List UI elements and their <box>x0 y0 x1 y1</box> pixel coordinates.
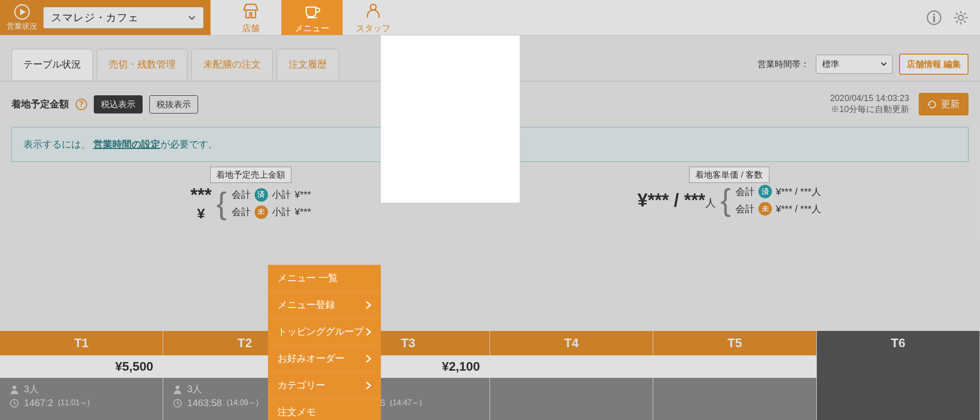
landing-amount-label: 着地予定金額 <box>11 98 69 111</box>
landing-unitprice-value: ¥*** / *** <box>637 190 705 210</box>
subtotal-pend-value: ¥*** <box>295 206 311 217</box>
landing-unitprice-title: 着地客単価 / 客数 <box>689 167 769 183</box>
subtotal-pend-text: 小計 <box>272 205 291 218</box>
table-time: (14:47～) <box>390 398 422 408</box>
table-card-t6[interactable]: T6 <box>817 331 980 420</box>
landing-sales-title: 着地予定売上金額 <box>210 167 291 183</box>
menu-item-category[interactable]: カテゴリー <box>268 372 381 399</box>
update-interval-note: ※10分毎に自動更新 <box>830 103 909 115</box>
clock-icon <box>173 398 182 408</box>
table-time: (11:01～) <box>58 398 90 408</box>
landing-unitprice-unit: 人 <box>705 197 716 209</box>
nav-staff-label: スタッフ <box>356 23 390 34</box>
table-order: 1463:58 <box>187 397 222 409</box>
svg-point-1 <box>370 4 376 10</box>
table-price: ¥5,500 <box>0 355 163 378</box>
tax-excluded-toggle[interactable]: 税抜表示 <box>149 95 198 114</box>
menu-item-order-memo-label: 注文メモ <box>278 406 316 419</box>
chevron-down-icon <box>188 14 196 22</box>
menu-item-topping-group[interactable]: トッピンググループ <box>268 318 381 345</box>
cup-icon <box>302 1 322 21</box>
business-hours-settings-link[interactable]: 営業時間の設定 <box>93 139 160 149</box>
brace-icon: { <box>721 185 731 216</box>
subtotal-pend-label: 会計 <box>232 205 251 218</box>
tax-included-label: 税込表示 <box>101 100 135 109</box>
help-icon[interactable]: ? <box>76 99 87 110</box>
table-name: T6 <box>817 331 980 355</box>
chevron-right-icon <box>366 301 371 309</box>
nav-store[interactable]: 店舗 <box>220 0 281 35</box>
tab-soldout[interactable]: 売切・残数管理 <box>97 49 188 79</box>
menu-dropdown: メニュー 一覧 メニュー登録 トッピンググループ お好みオーダー カテゴリー 注… <box>268 265 381 420</box>
svg-rect-4 <box>933 16 935 22</box>
svg-point-8 <box>176 386 179 389</box>
chevron-right-icon <box>366 328 371 336</box>
subtotal-done-text: 小計 <box>272 188 291 201</box>
edit-store-info-button[interactable]: 店舗情報 編集 <box>899 54 969 75</box>
tax-included-toggle[interactable]: 税込表示 <box>94 95 143 114</box>
info-banner-prefix: 表示するには、 <box>23 139 90 149</box>
business-status-button[interactable]: 営業状況 <box>7 3 37 32</box>
last-update-timestamp: 2020/04/15 14:03:23 <box>830 93 909 103</box>
menu-item-register[interactable]: メニュー登録 <box>268 292 381 318</box>
done-badge: 済 <box>255 188 268 202</box>
subtotal2-done-value: ¥*** / ***人 <box>776 185 821 198</box>
gear-icon <box>953 10 969 26</box>
info-icon <box>926 10 942 26</box>
table-order: 1467:2 <box>24 397 53 409</box>
table-name: T4 <box>490 331 653 355</box>
business-hours-select[interactable]: 標準 <box>816 55 892 74</box>
subtotal-done-label: 会計 <box>232 188 251 201</box>
table-card-t4[interactable]: T4 <box>490 331 653 420</box>
subtotal2-done-label: 会計 <box>735 185 755 198</box>
table-people: 3人 <box>187 383 202 396</box>
table-price <box>817 355 980 378</box>
landing-sales-value: *** <box>190 185 212 205</box>
table-price <box>653 355 816 378</box>
tax-excluded-label: 税抜表示 <box>156 100 191 109</box>
table-people: 3人 <box>24 383 39 396</box>
menu-item-topping-group-label: トッピンググループ <box>278 325 364 338</box>
nav-menu[interactable]: メニュー <box>281 0 343 35</box>
menu-item-custom-order[interactable]: お好みオーダー <box>268 345 381 372</box>
person-icon <box>173 385 182 394</box>
chevron-right-icon <box>366 354 371 363</box>
tab-soldout-label: 売切・残数管理 <box>109 59 176 69</box>
tab-history-label: 注文履歴 <box>289 59 327 69</box>
tab-undelivered[interactable]: 未配膳の注文 <box>191 49 273 79</box>
table-card-t1[interactable]: T1 ¥5,500 3人 1467:2(11:01～) <box>0 331 163 420</box>
subtotal2-pend-label: 会計 <box>735 203 755 216</box>
person-icon <box>10 385 19 394</box>
menu-item-order-memo[interactable]: 注文メモ <box>268 399 381 420</box>
business-hours-value: 標準 <box>822 58 839 70</box>
tab-table-status[interactable]: テーブル状況 <box>11 49 93 80</box>
menu-item-category-label: カテゴリー <box>278 379 325 392</box>
clock-icon <box>10 398 19 408</box>
svg-point-5 <box>958 15 963 20</box>
staff-icon <box>364 1 383 21</box>
menu-item-list-label: メニュー 一覧 <box>278 272 338 284</box>
table-card-t5[interactable]: T5 <box>653 331 816 420</box>
table-name: T1 <box>0 331 163 355</box>
tab-table-status-label: テーブル状況 <box>23 59 81 69</box>
subtotal-done-value: ¥*** <box>295 189 311 200</box>
menu-item-custom-order-label: お好みオーダー <box>278 352 345 365</box>
refresh-button[interactable]: 更新 <box>919 93 969 115</box>
store-icon <box>241 1 260 21</box>
menu-item-list[interactable]: メニュー 一覧 <box>268 265 381 292</box>
subtotal2-pend-value: ¥*** / ***人 <box>776 203 821 216</box>
chevron-right-icon <box>366 381 371 390</box>
nav-staff[interactable]: スタッフ <box>343 0 404 35</box>
store-select[interactable]: スマレジ・カフェ <box>43 7 204 29</box>
table-price <box>490 355 653 378</box>
tab-history[interactable]: 注文履歴 <box>277 49 339 79</box>
info-button[interactable] <box>924 8 944 27</box>
refresh-icon <box>927 100 937 109</box>
settings-button[interactable] <box>951 8 970 27</box>
nav-menu-label: メニュー <box>295 23 329 34</box>
table-name: T5 <box>653 331 816 355</box>
business-hours-label: 営業時間帯： <box>757 58 809 70</box>
info-banner-suffix: が必要です。 <box>160 139 218 149</box>
nav-store-label: 店舗 <box>242 23 259 34</box>
edit-store-info-label: 店舗情報 編集 <box>907 59 961 69</box>
